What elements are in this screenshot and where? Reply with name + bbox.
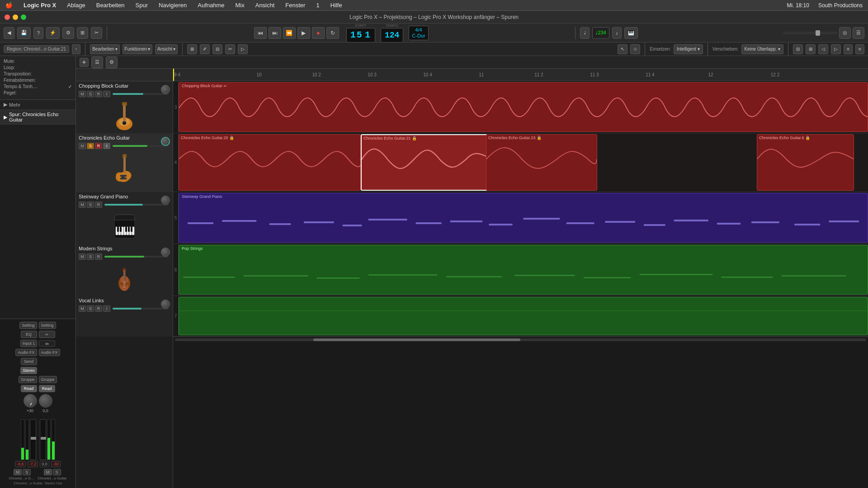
cs-eq-left[interactable]: EQ (21, 331, 37, 338)
close-button[interactable] (5, 14, 10, 20)
cs-knob-left[interactable] (24, 394, 37, 408)
clip-chronicles-20[interactable]: Chronicles Echo Guitar.20 🔒 (179, 134, 361, 191)
cs-stereo-left[interactable]: Stereo (20, 367, 37, 374)
cursor-tool-1[interactable]: ↖ (618, 44, 627, 54)
cs-setting-left[interactable]: Setting (19, 322, 37, 329)
menu-mix[interactable]: Mix (234, 1, 246, 9)
track-6-mute[interactable]: M (79, 253, 86, 260)
clip-vocal[interactable] (179, 297, 868, 335)
cs-fader-left[interactable] (30, 419, 36, 460)
track-4-knob[interactable] (161, 137, 170, 146)
clip-chronicles-6[interactable]: Chronicles Echo Guitar.6 🔒 (757, 134, 854, 191)
tool-grid[interactable]: ⊟ (212, 44, 222, 54)
cs-read-right[interactable]: Read (39, 385, 55, 392)
track-7-fader[interactable] (113, 308, 169, 310)
cs-setting-right[interactable]: Setting (39, 322, 56, 329)
cs-solo-left[interactable]: S (23, 469, 31, 475)
move-mode-dropdown[interactable]: Keine Überlapp. ▾ (741, 44, 784, 54)
cs-read-left[interactable]: Read (21, 385, 37, 392)
toolbar-metronome[interactable]: ♪ (612, 27, 622, 39)
play-button[interactable]: ▶ (297, 27, 310, 39)
clip-chronicles-21[interactable]: Chronicles Echo Guitar.21 🔒 (361, 134, 493, 191)
cs-eq-right[interactable]: ∞ (39, 331, 55, 338)
track-7-knob[interactable] (161, 300, 170, 309)
clip-strings[interactable]: Pop Strings (179, 245, 868, 295)
menu-bearbeiten[interactable]: Bearbeiten (94, 1, 127, 9)
clip-chronicles-23[interactable]: Chronicles Echo Guitar.23 🔒 (486, 134, 597, 191)
cs-link-right[interactable]: ∞ (39, 340, 55, 347)
cycle-button[interactable]: ↻ (326, 27, 339, 39)
track-3-record[interactable]: R (95, 91, 102, 97)
cursor-tool-2[interactable]: ⊹ (630, 44, 640, 54)
toolbar-tuning[interactable]: ♩ (580, 27, 590, 39)
rewind-button[interactable]: ⏮ (254, 27, 267, 39)
app-name[interactable]: Logic Pro X (22, 1, 58, 9)
tool-scissors[interactable]: ✂ (225, 44, 235, 54)
toolbar-piano-roll[interactable]: 🎹 (624, 27, 638, 39)
edit-dropdown[interactable]: Bearbeiten ▾ (90, 44, 119, 54)
menu-navigieren[interactable]: Navigieren (157, 1, 189, 9)
track-3-solo[interactable]: S (87, 91, 94, 97)
clip-chopping-block[interactable]: Chopping Block Guitar ∞ (179, 82, 868, 132)
cs-solo-right[interactable]: S (53, 469, 61, 475)
track-6-knob[interactable] (161, 248, 170, 257)
menu-ansicht[interactable]: Ansicht (254, 1, 277, 9)
toolbar-settings[interactable]: ⚙ (62, 27, 74, 39)
menu-aufnahme[interactable]: Aufnahme (196, 1, 226, 9)
cs-fader-right[interactable] (40, 419, 46, 460)
track-7-record[interactable]: R (95, 305, 102, 312)
snap-btn-4[interactable]: ▷ (831, 44, 841, 54)
record-button[interactable]: ● (312, 27, 325, 39)
track-3-input[interactable]: I (103, 91, 110, 97)
track-settings-button[interactable]: ⚙ (106, 56, 118, 68)
cs-knob-right[interactable] (39, 394, 52, 408)
tempo-value[interactable]: ✓ (68, 84, 72, 89)
menu-ablage[interactable]: Ablage (65, 1, 87, 9)
toolbar-mixer[interactable]: ⊞ (77, 27, 88, 39)
snap-btn-2[interactable]: ⊞ (806, 44, 816, 54)
track-5-fader[interactable] (104, 204, 169, 206)
maximize-button[interactable] (21, 14, 26, 20)
toolbar-help[interactable]: ? (33, 27, 43, 39)
track-6-fader[interactable] (104, 256, 169, 258)
snap-btn-6[interactable]: ≡ (855, 44, 864, 54)
cs-input-left[interactable]: Input 1 (20, 340, 38, 347)
menu-hilfe[interactable]: Hilfe (329, 1, 344, 9)
toolbar-back[interactable]: ◀ (4, 27, 14, 39)
fast-forward-button[interactable]: ⏭ (269, 27, 281, 39)
toolbar-scissors[interactable]: ✂ (91, 27, 102, 39)
tool-expand[interactable]: ⊞ (187, 44, 197, 54)
snap-btn-1[interactable]: ⊟ (793, 44, 803, 54)
track-3-mute[interactable]: M (79, 91, 86, 97)
track-3-fader[interactable] (113, 93, 169, 95)
spur-chronicles-item[interactable]: ▶ Spur: Chronicles Echo Guitar (0, 110, 75, 125)
track-6-record[interactable]: R (95, 253, 102, 260)
track-5-knob[interactable] (161, 196, 170, 205)
track-7-input[interactable]: I (103, 305, 110, 312)
cs-fader-thumb-left[interactable] (31, 437, 36, 440)
cs-gruppe-left[interactable]: Gruppe (19, 376, 37, 383)
tool-pointer[interactable]: ▷ (238, 44, 248, 54)
functions-dropdown[interactable]: Funktionen ▾ (123, 44, 152, 54)
track-3-knob[interactable] (161, 85, 170, 94)
cs-audiofx-left[interactable]: Audio FX (15, 349, 37, 356)
view-dropdown[interactable]: Ansicht ▾ (155, 44, 178, 54)
scrollbar-thumb[interactable] (313, 338, 521, 341)
track-7-solo[interactable]: S (87, 305, 94, 312)
track-list-button[interactable]: ☰ (91, 56, 103, 68)
master-fader-thumb[interactable] (816, 30, 820, 36)
track-4-solo[interactable]: S (87, 143, 94, 149)
menu-fenster[interactable]: Fenster (283, 1, 307, 9)
toolbar-listview[interactable]: ☰ (853, 27, 864, 39)
master-fader[interactable] (783, 32, 837, 34)
mehr-item[interactable]: ▶ Mehr (0, 100, 75, 110)
track-6-solo[interactable]: S (87, 253, 94, 260)
clip-steinway[interactable]: Steinway Grand Piano (179, 193, 868, 243)
track-4-input[interactable]: I (103, 143, 110, 149)
cs-mute-right[interactable]: M (44, 469, 52, 475)
cs-send-left[interactable]: Send (21, 358, 37, 365)
track-7-mute[interactable]: M (79, 305, 86, 312)
cs-fader-thumb-right[interactable] (41, 437, 46, 440)
toolbar-info[interactable]: ⚡ (46, 27, 60, 39)
cs-audiofx-right[interactable]: Audio FX (39, 349, 60, 356)
